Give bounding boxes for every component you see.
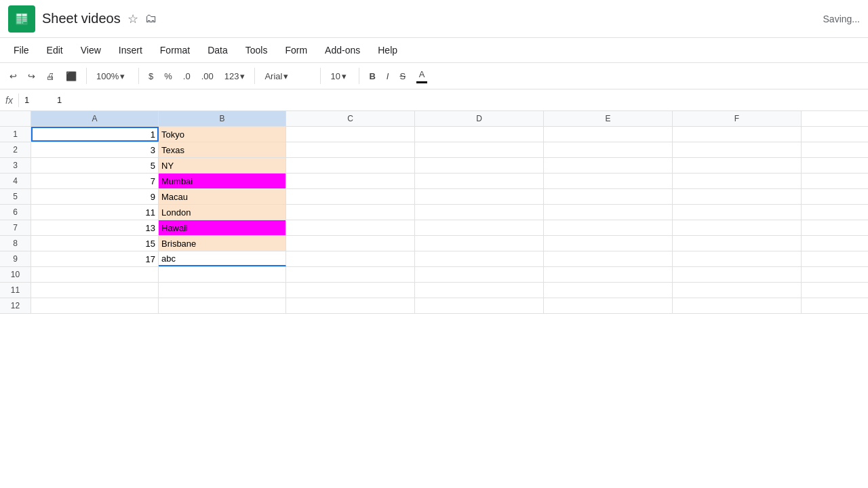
cell-b-12[interactable]: [159, 298, 286, 313]
cell-b-2[interactable]: Texas: [159, 142, 286, 157]
cell-e-8[interactable]: [544, 236, 673, 251]
menu-item-data[interactable]: Data: [199, 42, 236, 58]
cell-c-2[interactable]: [286, 142, 415, 157]
cell-b-6[interactable]: London: [159, 205, 286, 220]
col-header-c[interactable]: C: [286, 111, 415, 126]
cell-e-3[interactable]: [544, 158, 673, 173]
cell-c-1[interactable]: [286, 127, 415, 142]
menu-item-add-ons[interactable]: Add-ons: [317, 42, 368, 58]
cell-ref-box[interactable]: 1: [24, 95, 52, 105]
cell-f-9[interactable]: [673, 251, 802, 266]
cell-a-5[interactable]: 9: [31, 189, 159, 204]
menu-item-file[interactable]: File: [5, 42, 37, 58]
col-header-a[interactable]: A: [31, 111, 159, 126]
cell-d-5[interactable]: [415, 189, 544, 204]
col-header-f[interactable]: F: [673, 111, 802, 126]
cell-d-10[interactable]: [415, 267, 544, 282]
cell-b-11[interactable]: [159, 283, 286, 298]
cell-d-2[interactable]: [415, 142, 544, 157]
cell-a-9[interactable]: 17: [31, 251, 159, 266]
cell-a-8[interactable]: 15: [31, 236, 159, 251]
cell-c-9[interactable]: [286, 251, 415, 266]
cell-f-3[interactable]: [673, 158, 802, 173]
col-header-e[interactable]: E: [544, 111, 673, 126]
cell-b-5[interactable]: Macau: [159, 189, 286, 204]
cell-a-3[interactable]: 5: [31, 158, 159, 173]
cell-d-9[interactable]: [415, 251, 544, 266]
cell-e-10[interactable]: [544, 267, 673, 282]
cell-f-5[interactable]: [673, 189, 802, 204]
cell-e-5[interactable]: [544, 189, 673, 204]
font-name-dropdown[interactable]: Arial ▾: [260, 68, 315, 84]
menu-item-form[interactable]: Form: [277, 42, 315, 58]
menu-item-format[interactable]: Format: [152, 42, 198, 58]
strikethrough-button[interactable]: S: [395, 68, 410, 84]
cell-f-4[interactable]: [673, 174, 802, 188]
cell-a-4[interactable]: 7: [31, 174, 159, 188]
cell-a-11[interactable]: [31, 283, 159, 298]
cell-e-1[interactable]: [544, 127, 673, 142]
cell-c-11[interactable]: [286, 283, 415, 298]
zoom-dropdown[interactable]: 100% ▾: [92, 68, 133, 84]
menu-item-tools[interactable]: Tools: [237, 42, 276, 58]
star-icon[interactable]: ☆: [127, 12, 138, 26]
italic-button[interactable]: I: [382, 68, 393, 84]
cell-f-10[interactable]: [673, 267, 802, 282]
cell-c-5[interactable]: [286, 189, 415, 204]
dec-decimals-button[interactable]: .0: [179, 68, 195, 84]
col-header-d[interactable]: D: [415, 111, 544, 126]
font-color-button[interactable]: A: [412, 66, 431, 86]
cell-e-12[interactable]: [544, 298, 673, 313]
cell-a-6[interactable]: 11: [31, 205, 159, 220]
cell-c-12[interactable]: [286, 298, 415, 313]
menu-item-insert[interactable]: Insert: [111, 42, 151, 58]
cell-e-6[interactable]: [544, 205, 673, 220]
redo-button[interactable]: ↪: [24, 68, 39, 84]
cell-a-2[interactable]: 3: [31, 142, 159, 157]
cell-f-7[interactable]: [673, 220, 802, 235]
cell-d-1[interactable]: [415, 127, 544, 142]
cell-a-10[interactable]: [31, 267, 159, 282]
inc-decimals-button[interactable]: .00: [197, 68, 218, 84]
cell-b-4[interactable]: Mumbai: [159, 174, 286, 188]
format-paint-button[interactable]: ⬛: [62, 68, 81, 84]
cell-f-11[interactable]: [673, 283, 802, 298]
undo-button[interactable]: ↩: [5, 68, 21, 84]
cell-d-8[interactable]: [415, 236, 544, 251]
percent-button[interactable]: %: [160, 68, 176, 84]
cell-f-8[interactable]: [673, 236, 802, 251]
cell-c-4[interactable]: [286, 174, 415, 188]
cell-e-11[interactable]: [544, 283, 673, 298]
cell-a-7[interactable]: 13: [31, 220, 159, 235]
cell-b-7[interactable]: Hawaii: [159, 220, 286, 235]
cell-a-12[interactable]: [31, 298, 159, 313]
cell-d-6[interactable]: [415, 205, 544, 220]
cell-b-9[interactable]: abc: [159, 251, 286, 266]
cell-c-10[interactable]: [286, 267, 415, 282]
folder-icon[interactable]: 🗂: [145, 12, 157, 26]
menu-item-view[interactable]: View: [73, 42, 109, 58]
currency-button[interactable]: $: [144, 68, 157, 84]
cell-b-1[interactable]: Tokyo: [159, 127, 286, 142]
cell-d-4[interactable]: [415, 174, 544, 188]
cell-d-12[interactable]: [415, 298, 544, 313]
cell-f-12[interactable]: [673, 298, 802, 313]
cell-c-3[interactable]: [286, 158, 415, 173]
cell-c-7[interactable]: [286, 220, 415, 235]
cell-d-7[interactable]: [415, 220, 544, 235]
menu-item-edit[interactable]: Edit: [39, 42, 71, 58]
cell-e-7[interactable]: [544, 220, 673, 235]
cell-c-8[interactable]: [286, 236, 415, 251]
cell-f-2[interactable]: [673, 142, 802, 157]
cell-f-6[interactable]: [673, 205, 802, 220]
col-header-b[interactable]: B: [159, 111, 286, 126]
print-button[interactable]: 🖨: [42, 68, 59, 84]
cell-f-1[interactable]: [673, 127, 802, 142]
cell-e-2[interactable]: [544, 142, 673, 157]
cell-b-3[interactable]: NY: [159, 158, 286, 173]
cell-b-8[interactable]: Brisbane: [159, 236, 286, 251]
cell-a-1[interactable]: 1: [31, 127, 159, 142]
font-size-dropdown[interactable]: 10 ▾: [326, 68, 353, 84]
cell-c-6[interactable]: [286, 205, 415, 220]
cell-e-4[interactable]: [544, 174, 673, 188]
